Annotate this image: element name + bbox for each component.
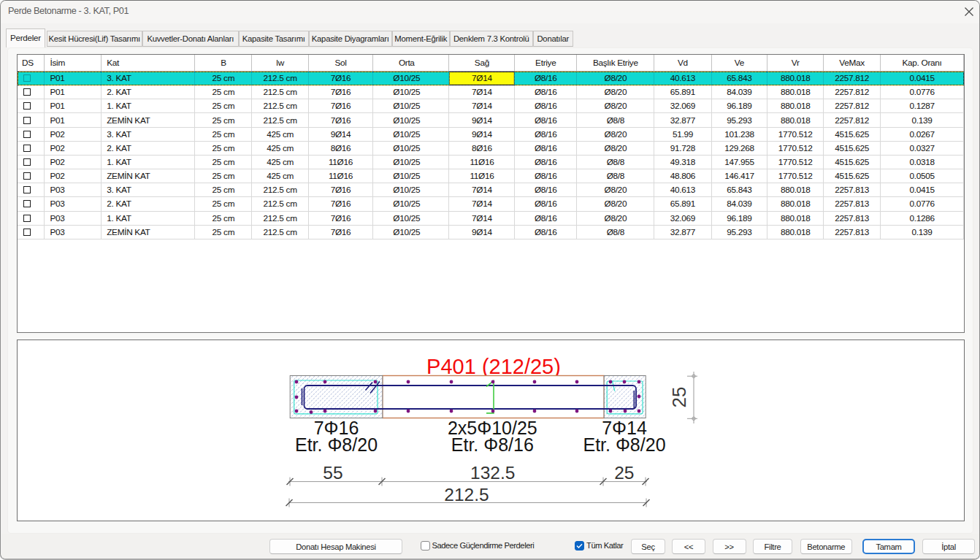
- svg-text:Etr. Φ8/16: Etr. Φ8/16: [451, 434, 534, 455]
- svg-text:25: 25: [668, 387, 690, 408]
- svg-text:P401 (212/25): P401 (212/25): [426, 355, 561, 378]
- svg-text:55: 55: [323, 463, 342, 483]
- svg-text:212.5: 212.5: [444, 485, 489, 505]
- svg-text:132.5: 132.5: [470, 463, 515, 483]
- svg-text:Etr. Φ8/20: Etr. Φ8/20: [583, 434, 665, 455]
- svg-text:Etr. Φ8/20: Etr. Φ8/20: [295, 434, 378, 455]
- svg-text:25: 25: [614, 463, 634, 483]
